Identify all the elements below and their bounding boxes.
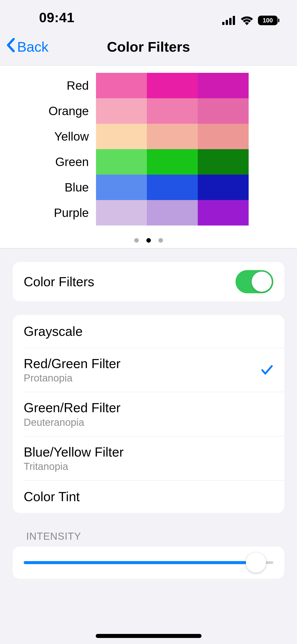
color-row-label: Blue <box>48 175 89 200</box>
filter-option-title: Blue/Yellow Filter <box>24 444 273 460</box>
color-swatch <box>96 124 147 149</box>
color-row-labels: RedOrangeYellowGreenBluePurple <box>48 73 89 226</box>
filter-option-title: Color Tint <box>24 489 273 504</box>
filter-option[interactable]: Color Tint <box>13 480 284 513</box>
svg-rect-0 <box>222 22 224 25</box>
filter-option[interactable]: Red/Green FilterProtanopia <box>13 348 284 392</box>
color-swatch <box>96 175 147 200</box>
color-swatch <box>147 124 198 149</box>
color-row-label: Yellow <box>48 124 89 149</box>
filter-option[interactable]: Blue/Yellow FilterTritanopia <box>13 436 284 480</box>
color-swatch <box>198 175 249 200</box>
filter-mode-group: GrayscaleRed/Green FilterProtanopiaGreen… <box>13 315 284 513</box>
color-swatch <box>147 175 198 200</box>
intensity-header: INTENSITY <box>26 531 284 542</box>
status-icons: 100 <box>222 16 282 25</box>
color-preview-section: RedOrangeYellowGreenBluePurple <box>0 66 297 248</box>
filter-option-subtitle: Protanopia <box>24 372 261 384</box>
toggle-label: Color Filters <box>24 274 236 289</box>
wifi-icon <box>240 16 253 25</box>
filter-option[interactable]: Grayscale <box>13 315 284 348</box>
color-row-label: Green <box>48 149 89 175</box>
nav-bar: Back Color Filters <box>0 28 297 66</box>
page-indicator[interactable] <box>0 238 297 243</box>
home-indicator <box>96 634 202 638</box>
page-dot[interactable] <box>134 238 139 243</box>
cellular-icon <box>222 16 236 25</box>
back-button[interactable]: Back <box>6 38 49 55</box>
status-time: 09:41 <box>15 10 75 25</box>
color-swatch <box>147 149 198 175</box>
color-swatch <box>198 73 249 98</box>
svg-rect-3 <box>233 16 235 25</box>
color-row-label: Orange <box>48 98 89 124</box>
color-swatch <box>147 200 198 226</box>
color-swatch <box>96 200 147 226</box>
svg-rect-2 <box>229 18 232 25</box>
color-swatch <box>96 98 147 124</box>
color-row-label: Red <box>48 73 89 98</box>
battery-icon: 100 <box>258 16 279 25</box>
intensity-slider-group <box>13 546 284 579</box>
page-dot[interactable] <box>158 238 163 243</box>
color-swatch <box>96 73 147 98</box>
color-row-label: Purple <box>48 200 89 226</box>
color-swatch <box>147 98 198 124</box>
color-swatch <box>198 149 249 175</box>
color-swatch <box>198 200 249 226</box>
filter-option-subtitle: Deuteranopia <box>24 417 273 428</box>
color-filters-toggle[interactable] <box>236 270 273 293</box>
status-bar: 09:41 100 <box>0 0 297 28</box>
filter-option-title: Red/Green Filter <box>24 356 261 371</box>
color-swatch <box>96 149 147 175</box>
filter-option[interactable]: Green/Red FilterDeuteranopia <box>13 392 284 436</box>
color-filters-toggle-row: Color Filters <box>13 262 284 301</box>
color-swatch <box>198 98 249 124</box>
chevron-left-icon <box>6 38 15 55</box>
color-swatch <box>147 73 198 98</box>
color-swatch <box>198 124 249 149</box>
svg-rect-1 <box>226 20 228 25</box>
filter-option-title: Grayscale <box>24 324 273 339</box>
intensity-slider[interactable] <box>24 555 273 570</box>
checkmark-icon <box>261 364 273 376</box>
color-filters-toggle-group: Color Filters <box>13 262 284 301</box>
page-dot[interactable] <box>146 238 151 243</box>
filter-option-subtitle: Tritanopia <box>24 461 273 472</box>
back-label: Back <box>17 39 49 55</box>
color-swatch-grid[interactable] <box>96 73 249 226</box>
filter-option-title: Green/Red Filter <box>24 400 273 415</box>
